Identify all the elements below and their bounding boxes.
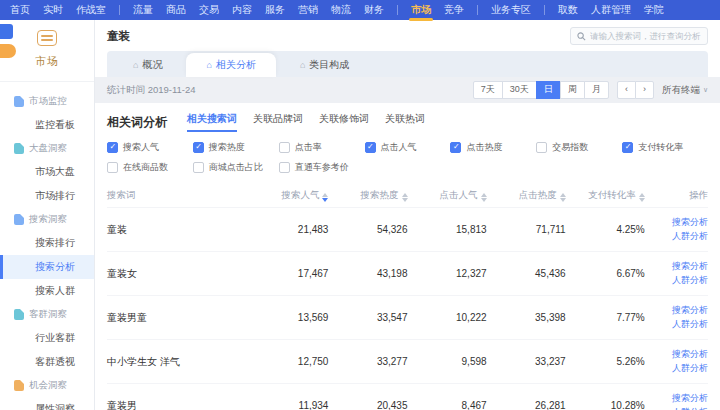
search-analysis-link[interactable]: 搜索分析: [645, 392, 708, 406]
section-market-insight: 大盘洞察: [0, 137, 94, 160]
cell-search-pop: 21,483: [249, 216, 328, 243]
range-day-button[interactable]: 日: [536, 81, 561, 99]
checkbox-search-heat[interactable]: 搜索热度: [193, 141, 279, 154]
crowd-analysis-link[interactable]: 人群分析: [645, 274, 708, 288]
crowd-analysis-link[interactable]: 人群分析: [645, 362, 708, 376]
checkbox-label: 商城点击占比: [209, 161, 263, 174]
top-nav: 首页 实时 作战室 流量 商品 交易 内容 服务 营销 物流 财务 市场 竞争 …: [0, 0, 720, 20]
sidebar-item-monitor-board[interactable]: 监控看板: [0, 113, 94, 137]
cell-click-pop: 10,222: [408, 304, 487, 331]
search-analysis-link[interactable]: 搜索分析: [645, 216, 708, 230]
nav-item-home[interactable]: 首页: [10, 0, 30, 20]
cell-keyword[interactable]: 童装男童: [107, 303, 249, 333]
floating-widget-tag[interactable]: [0, 44, 16, 58]
nav-item-bizzone[interactable]: 业务专区: [491, 0, 531, 20]
table-header-row: 搜索词 搜索人气 搜索热度 点击人气 点击热度 支付转化率 操作: [107, 184, 708, 207]
nav-item-trade[interactable]: 交易: [199, 0, 219, 20]
range-30d-button[interactable]: 30天: [502, 81, 537, 99]
sidebar-item-search-crowd[interactable]: 搜索人群: [0, 279, 94, 303]
checkbox-ppc-reference[interactable]: 直通车参考价: [279, 161, 365, 174]
col-search-heat[interactable]: 搜索热度: [328, 184, 407, 207]
cell-keyword[interactable]: 童装: [107, 215, 249, 245]
folder-icon: [14, 143, 24, 154]
checkbox-icon: [107, 142, 118, 153]
folder-icon: [14, 214, 24, 225]
cell-keyword[interactable]: 童装男: [107, 391, 249, 410]
cell-keyword[interactable]: 中小学生女 洋气: [107, 347, 249, 377]
sidebar-item-search-rank[interactable]: 搜索排行: [0, 231, 94, 255]
tab-overview[interactable]: ⌂概况: [113, 53, 182, 77]
checkbox-search-popularity[interactable]: 搜索人气: [107, 141, 193, 154]
tab-related-brand-words[interactable]: 关联品牌词: [253, 112, 303, 132]
nav-item-goods[interactable]: 商品: [166, 0, 186, 20]
nav-item-finance[interactable]: 财务: [364, 0, 384, 20]
tab-related-search-words[interactable]: 相关搜索词: [187, 112, 237, 132]
range-week-button[interactable]: 周: [560, 81, 585, 99]
checkbox-icon: [536, 142, 547, 153]
nav-item-service[interactable]: 服务: [265, 0, 285, 20]
col-click-popularity[interactable]: 点击人气: [408, 184, 487, 207]
next-date-button[interactable]: ›: [635, 81, 654, 99]
floating-widget-icon[interactable]: [0, 24, 13, 39]
checkbox-mall-click-share[interactable]: 商城点击占比: [193, 161, 279, 174]
table-row: 童装男 11,934 20,435 8,467 26,281 10.28% 搜索…: [107, 383, 708, 410]
prev-date-button[interactable]: ‹: [617, 81, 636, 99]
checkbox-online-items[interactable]: 在线商品数: [107, 161, 193, 174]
range-month-button[interactable]: 月: [584, 81, 609, 99]
panel-title: 相关词分析: [107, 114, 167, 131]
nav-item-academy[interactable]: 学院: [644, 0, 664, 20]
device-filter-dropdown[interactable]: 所有终端 ∨: [662, 84, 708, 97]
search-analysis-link[interactable]: 搜索分析: [645, 304, 708, 318]
nav-item-realtime[interactable]: 实时: [43, 0, 63, 20]
section-label: 大盘洞察: [29, 142, 67, 155]
keyword-search-box[interactable]: [570, 27, 708, 45]
nav-item-compete[interactable]: 竞争: [444, 0, 464, 20]
col-operations: 操作: [645, 184, 708, 207]
nav-divider: [397, 5, 398, 15]
nav-item-marketing[interactable]: 营销: [298, 0, 318, 20]
search-analysis-link[interactable]: 搜索分析: [645, 348, 708, 362]
panel-tabs: 相关搜索词 关联品牌词 关联修饰词 关联热词: [187, 112, 425, 132]
table-row: 童装男童 13,569 33,547 10,222 35,398 7.77% 搜…: [107, 295, 708, 339]
tab-icon: ⌂: [133, 61, 138, 70]
search-input[interactable]: [590, 31, 701, 41]
checkbox-label: 点击率: [295, 141, 322, 154]
nav-item-data[interactable]: 取数: [558, 0, 578, 20]
sidebar-item-industry-customer[interactable]: 行业客群: [0, 326, 94, 350]
cell-search-pop: 17,467: [249, 260, 328, 287]
checkbox-click-heat[interactable]: 点击热度: [450, 141, 536, 154]
col-search-popularity[interactable]: 搜索人气: [249, 184, 328, 207]
nav-item-traffic[interactable]: 流量: [133, 0, 153, 20]
col-pay-conversion[interactable]: 支付转化率: [566, 184, 645, 207]
tab-category-composition[interactable]: ⌂类目构成: [280, 53, 369, 77]
sidebar-item-attribute-insight[interactable]: 属性洞察: [0, 397, 94, 410]
sidebar-item-market-rank[interactable]: 市场排行: [0, 184, 94, 208]
tab-related-hot-words[interactable]: 关联热词: [385, 112, 425, 132]
nav-item-warroom[interactable]: 作战室: [76, 0, 106, 20]
checkbox-icon: [193, 162, 204, 173]
sidebar-item-customer-perspective[interactable]: 客群透视: [0, 350, 94, 374]
tab-related-modifier-words[interactable]: 关联修饰词: [319, 112, 369, 132]
col-click-heat[interactable]: 点击热度: [487, 184, 566, 207]
crowd-analysis-link[interactable]: 人群分析: [645, 230, 708, 244]
cell-keyword[interactable]: 童装女: [107, 259, 249, 289]
date-range-group: 7天 30天 日 周 月: [473, 81, 609, 99]
search-analysis-link[interactable]: 搜索分析: [645, 260, 708, 274]
toolbar: 统计时间 2019-11-24 7天 30天 日 周 月 ‹ › 所有终端: [95, 77, 720, 103]
crowd-analysis-link[interactable]: 人群分析: [645, 318, 708, 332]
sidebar-item-search-analysis[interactable]: 搜索分析: [0, 255, 94, 279]
tab-related-analysis[interactable]: ⌂相关分析: [186, 53, 275, 77]
crowd-analysis-link[interactable]: 人群分析: [645, 406, 708, 410]
keyword-tabs: ⌂概况 ⌂相关分析 ⌂类目构成: [107, 51, 708, 77]
nav-item-content[interactable]: 内容: [232, 0, 252, 20]
nav-item-crowd[interactable]: 人群管理: [591, 0, 631, 20]
sidebar-item-market-overview[interactable]: 市场大盘: [0, 160, 94, 184]
checkbox-click-rate[interactable]: 点击率: [279, 141, 365, 154]
checkbox-click-popularity[interactable]: 点击人气: [365, 141, 451, 154]
checkbox-pay-conversion[interactable]: 支付转化率: [622, 141, 708, 154]
cell-click-pop: 15,813: [408, 216, 487, 243]
nav-item-logistics[interactable]: 物流: [331, 0, 351, 20]
nav-item-market[interactable]: 市场: [411, 0, 431, 20]
checkbox-trade-index[interactable]: 交易指数: [536, 141, 622, 154]
range-7d-button[interactable]: 7天: [473, 81, 503, 99]
